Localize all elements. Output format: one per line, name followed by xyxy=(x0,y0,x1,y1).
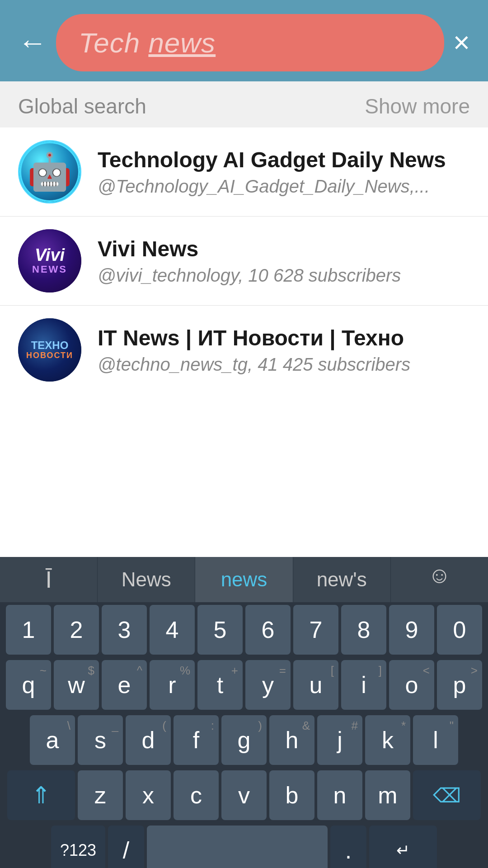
result-info-3: IT News | ИТ Новости | Техно @techno_new… xyxy=(98,325,470,375)
key-8[interactable]: 8 xyxy=(341,605,386,655)
key-3[interactable]: 3 xyxy=(102,605,147,655)
suggestion-news-apos[interactable]: new's xyxy=(293,557,391,602)
key-slash[interactable]: / xyxy=(108,826,144,868)
key-0[interactable]: 0 xyxy=(437,605,482,655)
robot-avatar-img: 🤖 xyxy=(19,142,80,202)
key-t[interactable]: +t xyxy=(197,660,243,710)
keyboard-row-numbers: 1 2 3 4 5 6 7 8 9 0 xyxy=(0,602,488,657)
suggestions-bar: Ī News news new's ☺ xyxy=(0,557,488,602)
key-2[interactable]: 2 xyxy=(54,605,99,655)
key-5[interactable]: 5 xyxy=(197,605,243,655)
key-w[interactable]: $w xyxy=(54,660,99,710)
search-header: ← Tech news × xyxy=(0,0,488,81)
suggestion-news-lower[interactable]: news xyxy=(195,557,293,602)
space-key[interactable] xyxy=(147,826,328,868)
search-bar[interactable]: Tech news xyxy=(56,14,444,71)
avatar-it-news: ТЕХНО НОВОСТИ xyxy=(18,318,81,382)
avatar-tech-ai: 🤖 xyxy=(18,140,81,203)
key-h[interactable]: &h xyxy=(269,715,314,765)
show-more-button[interactable]: Show more xyxy=(365,94,470,118)
key-g[interactable]: )g xyxy=(221,715,267,765)
techno-logo-img: ТЕХНО НОВОСТИ xyxy=(18,318,81,382)
avatar-vivi: Vivi NEWS xyxy=(18,229,81,292)
key-s[interactable]: _s xyxy=(78,715,123,765)
key-l[interactable]: "l xyxy=(413,715,458,765)
key-u[interactable]: [u xyxy=(293,660,338,710)
key-6[interactable]: 6 xyxy=(245,605,291,655)
keyboard-row-qwerty: ~q $w ^e %r +t =y [u ]i <o >p xyxy=(0,657,488,712)
key-i[interactable]: ]i xyxy=(341,660,386,710)
result-item-2[interactable]: Vivi NEWS Vivi News @vivi_technology, 10… xyxy=(0,217,488,306)
key-7[interactable]: 7 xyxy=(293,605,338,655)
key-9[interactable]: 9 xyxy=(389,605,434,655)
emoji-button[interactable]: ☺ xyxy=(391,557,488,593)
key-n[interactable]: n xyxy=(317,770,362,820)
key-y[interactable]: =y xyxy=(245,660,291,710)
result-name-2: Vivi News xyxy=(98,236,470,262)
global-search-label: Global search xyxy=(18,94,146,118)
key-v[interactable]: v xyxy=(221,770,267,820)
result-handle-2: @vivi_technology, 10 628 subscribers xyxy=(98,265,470,286)
result-name-1: Technology AI Gadget Daily News xyxy=(98,147,470,173)
vivi-logo-img: Vivi NEWS xyxy=(18,229,81,292)
cursor-suggestion[interactable]: Ī xyxy=(0,557,98,602)
key-period[interactable]: . xyxy=(330,826,366,868)
results-list: 🤖 Technology AI Gadget Daily News @Techn… xyxy=(0,127,488,394)
result-handle-1: @Technology_AI_Gadget_Daily_News,... xyxy=(98,176,470,197)
return-key[interactable]: ↵ xyxy=(369,826,437,868)
key-m[interactable]: m xyxy=(365,770,410,820)
search-text: Tech news xyxy=(79,27,216,59)
result-item-3[interactable]: ТЕХНО НОВОСТИ IT News | ИТ Новости | Тех… xyxy=(0,306,488,394)
key-b[interactable]: b xyxy=(269,770,314,820)
virtual-keyboard: Ī News news new's ☺ 1 2 3 4 5 6 7 8 9 0 … xyxy=(0,557,488,868)
key-k[interactable]: *k xyxy=(365,715,410,765)
key-4[interactable]: 4 xyxy=(150,605,195,655)
key-e[interactable]: ^e xyxy=(102,660,147,710)
key-q[interactable]: ~q xyxy=(6,660,51,710)
key-symbols[interactable]: ?123 xyxy=(51,826,105,868)
result-info-1: Technology AI Gadget Daily News @Technol… xyxy=(98,147,470,197)
keyboard-row-asdf: \a _s (d :f )g &h #j *k "l xyxy=(0,712,488,768)
shift-key[interactable]: ⇑ xyxy=(7,770,75,820)
key-r[interactable]: %r xyxy=(150,660,195,710)
key-j[interactable]: #j xyxy=(317,715,362,765)
key-p[interactable]: >p xyxy=(437,660,482,710)
section-header: Global search Show more xyxy=(0,81,488,127)
key-1[interactable]: 1 xyxy=(6,605,51,655)
cursor-icon: Ī xyxy=(45,566,52,593)
search-text-underline: news xyxy=(148,27,216,58)
key-c[interactable]: c xyxy=(174,770,219,820)
result-name-3: IT News | ИТ Новости | Техно xyxy=(98,325,470,351)
key-f[interactable]: :f xyxy=(174,715,219,765)
key-d[interactable]: (d xyxy=(126,715,171,765)
result-info-2: Vivi News @vivi_technology, 10 628 subsc… xyxy=(98,236,470,286)
backspace-key[interactable]: ⌫ xyxy=(413,770,481,820)
keyboard-row-zxcv: ⇑ z x c v b n m ⌫ xyxy=(0,768,488,823)
result-item-1[interactable]: 🤖 Technology AI Gadget Daily News @Techn… xyxy=(0,127,488,217)
keyboard-row-bottom: ?123 / . ↵ xyxy=(0,823,488,868)
key-o[interactable]: <o xyxy=(389,660,434,710)
empty-content-area xyxy=(0,394,488,557)
suggestion-news-cap[interactable]: News xyxy=(98,557,195,602)
key-a[interactable]: \a xyxy=(30,715,75,765)
back-button[interactable]: ← xyxy=(18,28,47,57)
result-handle-3: @techno_news_tg, 41 425 subscribers xyxy=(98,354,470,375)
search-text-plain: Tech xyxy=(79,27,148,58)
key-z[interactable]: z xyxy=(78,770,123,820)
key-x[interactable]: x xyxy=(126,770,171,820)
close-button[interactable]: × xyxy=(453,28,470,57)
